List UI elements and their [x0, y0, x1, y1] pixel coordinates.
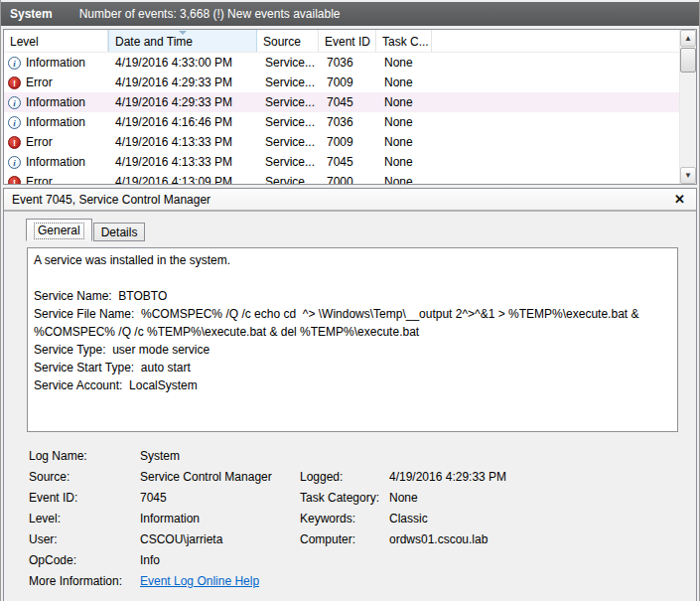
property-value: System: [140, 449, 180, 463]
tab-details[interactable]: Details: [93, 223, 146, 241]
property-label: Task Category:: [300, 491, 379, 505]
date-cell: 4/19/2016 4:29:33 PM: [108, 95, 259, 109]
date-cell: 4/19/2016 4:13:09 PM: [108, 175, 259, 184]
property-value: Info: [140, 553, 160, 567]
property-row: Source:Service Control ManagerLogged:4/1…: [29, 467, 684, 488]
table-row[interactable]: !Error4/19/2016 4:29:33 PMService...7009…: [4, 73, 679, 92]
information-icon: i: [8, 96, 21, 109]
log-summary-bar: System Number of events: 3,668 (!) New e…: [1, 2, 699, 26]
detail-tabs: General Details: [26, 218, 146, 241]
event-viewer-window: System Number of events: 3,668 (!) New e…: [0, 0, 700, 601]
property-label: Log Name:: [29, 449, 87, 463]
date-cell: 4/19/2016 4:13:33 PM: [108, 155, 259, 169]
level-cell: !Error: [4, 175, 108, 184]
event-detail-pane: Event 7045, Service Control Manager ✕ Ge…: [3, 188, 697, 601]
property-value: CSCOU\jarrieta: [140, 532, 222, 546]
level-cell: !Error: [4, 75, 108, 89]
event-rows: iInformation4/19/2016 4:33:00 PMService.…: [4, 53, 679, 184]
property-label: Level:: [29, 512, 61, 526]
task-category-cell: None: [378, 115, 434, 129]
column-header-row: Level Date and Time Source Event ID Task…: [4, 30, 679, 53]
tab-general[interactable]: General: [26, 219, 92, 241]
error-icon: !: [8, 176, 21, 185]
error-icon: !: [8, 76, 21, 89]
event-id-cell: 7000: [321, 175, 378, 184]
property-label: Logged:: [300, 470, 343, 484]
information-icon: i: [8, 156, 21, 169]
source-cell: Service...: [259, 95, 321, 109]
date-cell: 4/19/2016 4:29:33 PM: [108, 75, 259, 89]
table-row[interactable]: !Error4/19/2016 4:13:33 PMService...7009…: [4, 132, 679, 152]
event-id-cell: 7045: [321, 155, 378, 169]
table-row[interactable]: iInformation4/19/2016 4:29:33 PMService.…: [4, 92, 679, 112]
tab-general-label: General: [34, 223, 84, 239]
column-header-task-category[interactable]: Task C...: [376, 30, 432, 52]
property-row: Level:InformationKeywords:Classic: [29, 509, 684, 529]
property-value: None: [389, 491, 418, 505]
property-row: User:CSCOU\jarrietaComputer:ordws01.csco…: [29, 529, 684, 550]
column-header-date-and-time[interactable]: Date and Time: [108, 30, 257, 52]
log-name: System: [10, 7, 53, 21]
detail-pane-title: Event 7045, Service Control Manager: [12, 193, 210, 207]
date-cell: 4/19/2016 4:16:46 PM: [108, 115, 259, 129]
vertical-scrollbar[interactable]: ▲ ▼: [679, 30, 696, 184]
column-header-filler: [432, 30, 679, 52]
property-label: Keywords:: [300, 512, 355, 526]
source-cell: Service...: [259, 135, 321, 149]
source-cell: Service...: [259, 56, 321, 70]
date-cell: 4/19/2016 4:33:00 PM: [108, 56, 259, 70]
table-row[interactable]: iInformation4/19/2016 4:13:33 PMService.…: [4, 152, 679, 172]
level-cell: iInformation: [4, 56, 108, 70]
property-value: Information: [140, 512, 200, 526]
property-label: More Information:: [29, 574, 122, 588]
property-value: 7045: [140, 491, 167, 505]
event-properties: Log Name:SystemSource:Service Control Ma…: [29, 446, 684, 592]
sort-descending-icon: [179, 31, 187, 35]
task-category-cell: None: [378, 56, 434, 70]
property-label: OpCode:: [29, 553, 76, 567]
property-value: ordws01.cscou.lab: [389, 532, 488, 546]
column-header-level[interactable]: Level: [4, 30, 108, 52]
property-row: OpCode:Info: [29, 550, 684, 571]
scroll-down-icon[interactable]: ▼: [680, 167, 696, 184]
task-category-cell: None: [378, 95, 434, 109]
property-value: Service Control Manager: [140, 470, 272, 484]
source-cell: Service...: [259, 75, 321, 89]
event-id-cell: 7036: [321, 56, 378, 70]
property-label: User:: [29, 532, 58, 546]
information-icon: i: [8, 116, 21, 129]
property-row: More Information:Event Log Online Help: [29, 571, 684, 592]
level-cell: !Error: [4, 135, 108, 149]
source-cell: Service...: [259, 115, 321, 129]
source-cell: Service...: [259, 155, 321, 169]
column-header-date-label: Date and Time: [115, 35, 193, 49]
table-row[interactable]: iInformation4/19/2016 4:33:00 PMService.…: [4, 53, 679, 73]
event-log-online-help-link[interactable]: Event Log Online Help: [140, 574, 259, 588]
scroll-up-icon[interactable]: ▲: [680, 30, 696, 47]
table-row[interactable]: !Error4/19/2016 4:13:09 PMService...7000…: [4, 172, 679, 184]
event-list: Level Date and Time Source Event ID Task…: [3, 29, 697, 185]
level-cell: iInformation: [4, 155, 108, 169]
column-header-event-id[interactable]: Event ID: [319, 30, 376, 52]
task-category-cell: None: [378, 175, 434, 184]
property-row: Event ID:7045Task Category:None: [29, 488, 684, 509]
column-header-source[interactable]: Source: [257, 30, 319, 52]
level-cell: iInformation: [4, 115, 108, 129]
task-category-cell: None: [378, 135, 434, 149]
level-cell: iInformation: [4, 95, 108, 109]
property-label: Event ID:: [29, 491, 77, 505]
event-id-cell: 7036: [321, 115, 378, 129]
close-icon[interactable]: ✕: [674, 192, 685, 208]
date-cell: 4/19/2016 4:13:33 PM: [108, 135, 259, 149]
table-row[interactable]: iInformation4/19/2016 4:16:46 PMService.…: [4, 112, 679, 132]
event-id-cell: 7045: [321, 95, 378, 109]
events-summary: Number of events: 3,668 (!) New events a…: [79, 7, 341, 21]
tab-details-label: Details: [101, 225, 138, 239]
scrollbar-thumb[interactable]: [680, 48, 696, 73]
property-label: Source:: [29, 470, 70, 484]
task-category-cell: None: [378, 155, 434, 169]
event-description: A service was installed in the system. S…: [27, 247, 678, 432]
property-row: Log Name:System: [29, 446, 684, 467]
error-icon: !: [8, 136, 21, 149]
property-value: Classic: [389, 512, 428, 526]
